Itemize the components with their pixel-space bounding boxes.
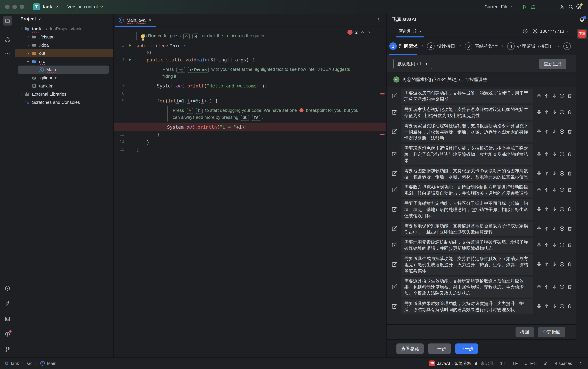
maximize-window-button[interactable] xyxy=(20,5,24,9)
add-item-button[interactable] xyxy=(559,226,565,232)
move-down-button[interactable] xyxy=(552,109,557,116)
add-item-button[interactable] xyxy=(559,171,565,177)
run-button[interactable] xyxy=(521,3,529,11)
code-line[interactable]: 4public static void main(String[] args) … xyxy=(114,56,386,63)
code-line[interactable]: 8 xyxy=(114,90,386,97)
move-up-button[interactable] xyxy=(544,226,549,232)
edit-icon[interactable] xyxy=(391,284,398,291)
code-line-breakpoint[interactable]: System.out.println("i = " + i); xyxy=(114,123,386,131)
code-line[interactable]: 9for (int i = 1; i <= 5; i++) { xyxy=(114,97,386,104)
tab-main-java[interactable]: C Main.java xyxy=(115,14,156,27)
tool-project-button[interactable] xyxy=(3,16,12,26)
prev-problem-button[interactable] xyxy=(360,30,365,34)
overview-button[interactable]: 查看总览 xyxy=(396,343,424,354)
move-up-button[interactable] xyxy=(544,303,549,310)
move-up-button[interactable] xyxy=(544,187,549,193)
tree-item--gitignore[interactable]: .gitignore xyxy=(15,74,113,82)
step-3[interactable]: 3表结构设计 xyxy=(465,37,498,55)
delete-item-button[interactable] xyxy=(567,242,572,248)
delete-item-button[interactable] xyxy=(567,187,572,193)
project-panel-header[interactable]: Project xyxy=(15,16,113,25)
requirement-text[interactable]: 需要玩家坦克射击逻辑处理功能，支持根据射击指令生成子弹对象，判定子弹飞行轨迹与地… xyxy=(401,144,533,165)
project-menu[interactable]: T tank xyxy=(33,3,59,10)
edit-icon[interactable] xyxy=(391,151,398,158)
close-window-button[interactable] xyxy=(5,5,10,9)
error-stripe-mark[interactable] xyxy=(380,134,385,135)
add-item-button[interactable] xyxy=(559,109,565,116)
edit-icon[interactable] xyxy=(391,128,398,135)
move-down-button[interactable] xyxy=(552,93,557,99)
move-down-button[interactable] xyxy=(552,206,557,213)
intention-bulb-icon[interactable] xyxy=(139,34,147,41)
voice-input-button[interactable] xyxy=(536,93,542,99)
tool-problems-button[interactable] xyxy=(3,329,12,339)
step-5[interactable]: 5 xyxy=(563,37,571,55)
move-down-button[interactable] xyxy=(552,129,557,135)
close-icon[interactable] xyxy=(148,18,152,22)
move-down-button[interactable] xyxy=(552,187,557,193)
breadcrumb-project[interactable]: tank xyxy=(11,361,19,366)
requirement-text[interactable]: 需要道具拾取生效功能，支持玩家坦克拾取道具后触发对应效果，包括移动速度增益、射击… xyxy=(401,277,533,297)
notifications-button[interactable] xyxy=(579,17,585,23)
edit-icon[interactable] xyxy=(391,303,398,310)
requirement-text[interactable]: 需要玩家状态初始化功能，支持在游戏开始时设定玩家的初始生命值为3、初始分数为0及… xyxy=(401,105,533,120)
search-everywhere-button[interactable] xyxy=(567,3,575,11)
chevron-right-icon[interactable] xyxy=(25,35,31,39)
chevron-right-icon[interactable] xyxy=(18,92,24,96)
readonly-toggle[interactable] xyxy=(579,361,583,366)
revoke-all-button[interactable]: 全部撤回 xyxy=(538,327,565,337)
add-item-button[interactable] xyxy=(559,242,565,248)
tool-git-button[interactable] xyxy=(3,345,12,354)
new-session-icon[interactable] xyxy=(522,28,528,34)
code-line[interactable]: 3public class Main { xyxy=(114,42,386,49)
vcs-menu[interactable]: Version control xyxy=(67,4,104,10)
tool-build-button[interactable] xyxy=(3,299,12,308)
delete-item-button[interactable] xyxy=(567,109,572,116)
javaai-status-widget[interactable]: 飞算 JavaAI：智能分析 未启用 xyxy=(429,360,493,366)
move-up-button[interactable] xyxy=(544,206,549,213)
code-line[interactable]: 7System.out.printf("Hello and welcome!")… xyxy=(114,82,386,90)
minimize-window-button[interactable] xyxy=(12,5,17,9)
edit-icon[interactable] xyxy=(391,225,398,233)
tree-item-out[interactable]: out xyxy=(15,49,113,57)
tree-item-main[interactable]: CMain xyxy=(18,66,109,74)
tool-structure-button[interactable] xyxy=(3,35,12,44)
code-line[interactable]: 14} xyxy=(114,138,386,146)
tree-item--idea[interactable]: .idea xyxy=(15,41,113,49)
voice-input-button[interactable] xyxy=(536,151,542,157)
delete-item-button[interactable] xyxy=(567,206,572,213)
breadcrumb-file[interactable]: Main xyxy=(47,361,56,366)
move-down-button[interactable] xyxy=(552,226,557,232)
run-line-icon[interactable] xyxy=(128,43,132,48)
add-item-button[interactable] xyxy=(559,187,565,193)
add-item-button[interactable] xyxy=(559,284,565,290)
revoke-button[interactable]: 撤回 xyxy=(516,327,534,337)
code-editor[interactable]: ! 2 To Run code, press ^R or click the i… xyxy=(114,27,386,358)
tree-item-scratches-and-consoles[interactable]: Scratches and Consoles xyxy=(15,98,113,106)
next-step-button[interactable]: 下一步 xyxy=(455,343,478,354)
account-menu[interactable]: 186****7713 xyxy=(532,28,570,34)
move-up-button[interactable] xyxy=(544,93,549,99)
move-up-button[interactable] xyxy=(544,129,549,135)
add-item-button[interactable] xyxy=(559,93,565,99)
more-tool-windows-button[interactable] xyxy=(3,49,12,58)
add-item-button[interactable] xyxy=(559,206,565,213)
move-down-button[interactable] xyxy=(552,284,557,290)
chevron-down-icon[interactable] xyxy=(18,27,24,31)
edit-icon[interactable] xyxy=(391,206,398,213)
chevron-down-icon[interactable] xyxy=(25,59,31,63)
voice-input-button[interactable] xyxy=(536,171,542,177)
breadcrumb-src[interactable]: src xyxy=(27,361,32,366)
error-stripe-mark[interactable] xyxy=(380,93,385,94)
voice-input-button[interactable] xyxy=(536,187,542,193)
add-item-button[interactable] xyxy=(559,303,565,310)
tool-terminal-button[interactable] xyxy=(3,314,12,324)
tree-item-tank[interactable]: tank~/IdeaProjects/tank xyxy=(15,25,113,33)
add-item-button[interactable] xyxy=(559,262,565,268)
tool-feisuan-button[interactable]: 飞算 xyxy=(577,29,587,39)
move-up-button[interactable] xyxy=(544,262,549,268)
voice-input-button[interactable] xyxy=(536,226,542,232)
next-problem-button[interactable] xyxy=(368,30,372,34)
settings-button[interactable] xyxy=(575,3,583,11)
caret-position-widget[interactable]: 1:1 xyxy=(500,361,506,366)
